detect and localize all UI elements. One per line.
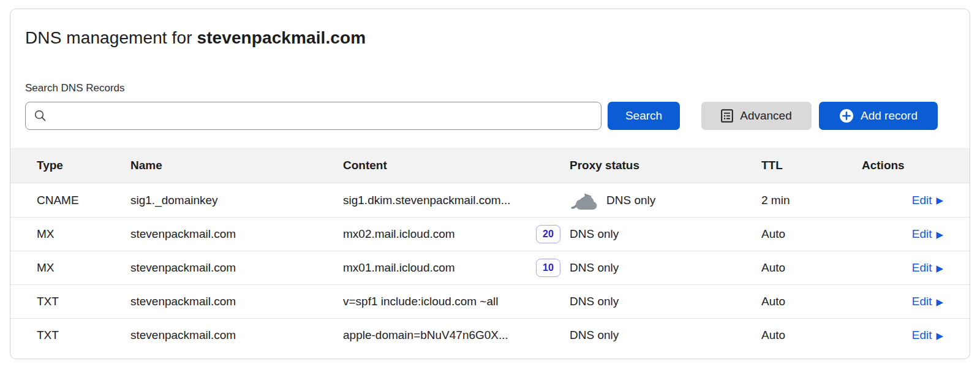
record-actions: Edit▶ bbox=[851, 295, 970, 308]
record-type: CNAME bbox=[10, 194, 130, 207]
record-name: stevenpackmail.com bbox=[130, 295, 343, 308]
record-type: MX bbox=[10, 227, 130, 241]
search-icon bbox=[34, 109, 47, 123]
search-input[interactable] bbox=[53, 102, 593, 129]
record-content-text: sig1.dkim.stevenpackmail.com... bbox=[343, 194, 511, 207]
record-content: sig1.dkim.stevenpackmail.com... bbox=[343, 194, 570, 207]
edit-button[interactable]: Edit▶ bbox=[912, 194, 943, 207]
page-title-prefix: DNS management for bbox=[25, 28, 197, 47]
column-header-type: Type bbox=[10, 159, 130, 172]
record-content: apple-domain=bNuV47n6G0X... bbox=[343, 329, 570, 342]
record-ttl: Auto bbox=[761, 261, 851, 275]
edit-arrow-icon: ▶ bbox=[936, 196, 943, 205]
proxy-status-cell: DNS only bbox=[570, 261, 761, 275]
table-header-row: Type Name Content Proxy status TTL Actio… bbox=[10, 148, 970, 183]
advanced-button-label: Advanced bbox=[740, 109, 792, 123]
proxy-status-label: DNS only bbox=[570, 261, 619, 275]
page-title-domain: stevenpackmail.com bbox=[197, 28, 366, 47]
edit-arrow-icon: ▶ bbox=[936, 331, 943, 340]
record-name: stevenpackmail.com bbox=[130, 329, 343, 342]
edit-button[interactable]: Edit▶ bbox=[912, 227, 943, 241]
edit-label: Edit bbox=[912, 329, 932, 342]
search-input-container bbox=[25, 102, 601, 130]
page-title: DNS management for stevenpackmail.com bbox=[25, 28, 955, 48]
advanced-button[interactable]: Advanced bbox=[701, 102, 812, 130]
dns-only-cloud-icon bbox=[570, 191, 600, 211]
proxy-status-cell: DNS only bbox=[570, 329, 761, 342]
column-header-proxy-status: Proxy status bbox=[570, 159, 761, 172]
record-type: TXT bbox=[10, 329, 130, 342]
table-row: TXT stevenpackmail.com apple-domain=bNuV… bbox=[10, 318, 970, 352]
dns-management-card: DNS management for stevenpackmail.com Se… bbox=[10, 9, 970, 359]
record-name: sig1._domainkey bbox=[130, 194, 343, 207]
proxy-status-cell: DNS only bbox=[570, 189, 761, 211]
record-ttl: 2 min bbox=[761, 194, 851, 207]
plus-circle-icon bbox=[839, 108, 854, 123]
proxy-status-cell: DNS only bbox=[570, 227, 761, 241]
record-content: mx02.mail.icloud.com 20 bbox=[343, 225, 570, 243]
edit-label: Edit bbox=[912, 227, 932, 241]
proxy-status-label: DNS only bbox=[606, 194, 655, 207]
search-toolbar: Search Advanced Add record bbox=[25, 102, 938, 130]
record-type: TXT bbox=[10, 295, 130, 308]
record-type: MX bbox=[10, 261, 130, 275]
search-button[interactable]: Search bbox=[608, 102, 680, 130]
edit-button[interactable]: Edit▶ bbox=[912, 329, 943, 342]
edit-button[interactable]: Edit▶ bbox=[912, 295, 943, 308]
list-document-icon bbox=[721, 109, 733, 123]
table-row: TXT stevenpackmail.com v=spf1 include:ic… bbox=[10, 284, 970, 318]
column-header-actions: Actions bbox=[851, 159, 970, 172]
record-content: mx01.mail.icloud.com 10 bbox=[343, 259, 570, 277]
edit-label: Edit bbox=[912, 194, 932, 207]
table-row: MX stevenpackmail.com mx01.mail.icloud.c… bbox=[10, 251, 970, 284]
record-content-text: v=spf1 include:icloud.com ~all bbox=[343, 295, 498, 308]
dns-records-table: Type Name Content Proxy status TTL Actio… bbox=[10, 148, 970, 352]
proxy-status-cell: DNS only bbox=[570, 295, 761, 308]
record-content-text: apple-domain=bNuV47n6G0X... bbox=[343, 329, 508, 342]
proxy-status-label: DNS only bbox=[570, 329, 619, 342]
search-label: Search DNS Records bbox=[25, 82, 955, 94]
edit-arrow-icon: ▶ bbox=[936, 230, 943, 239]
add-record-button[interactable]: Add record bbox=[819, 102, 938, 130]
record-actions: Edit▶ bbox=[851, 194, 970, 207]
record-ttl: Auto bbox=[761, 295, 851, 308]
edit-arrow-icon: ▶ bbox=[936, 297, 943, 306]
edit-label: Edit bbox=[912, 295, 932, 308]
record-name: stevenpackmail.com bbox=[130, 227, 343, 241]
column-header-name: Name bbox=[130, 159, 343, 172]
record-content-text: mx02.mail.icloud.com bbox=[343, 227, 455, 241]
column-header-content: Content bbox=[343, 159, 570, 172]
add-record-button-label: Add record bbox=[861, 109, 918, 123]
priority-badge: 20 bbox=[536, 225, 560, 243]
proxy-status-label: DNS only bbox=[570, 227, 619, 241]
table-row: CNAME sig1._domainkey sig1.dkim.stevenpa… bbox=[10, 183, 970, 217]
record-content: v=spf1 include:icloud.com ~all bbox=[343, 295, 570, 308]
edit-button[interactable]: Edit▶ bbox=[912, 261, 943, 275]
priority-badge: 10 bbox=[536, 259, 560, 277]
edit-label: Edit bbox=[912, 261, 932, 275]
edit-arrow-icon: ▶ bbox=[936, 264, 943, 273]
record-actions: Edit▶ bbox=[851, 329, 970, 342]
record-name: stevenpackmail.com bbox=[130, 261, 343, 275]
column-header-ttl: TTL bbox=[761, 159, 851, 172]
record-actions: Edit▶ bbox=[851, 261, 970, 275]
record-actions: Edit▶ bbox=[851, 227, 970, 241]
record-ttl: Auto bbox=[761, 329, 851, 342]
record-ttl: Auto bbox=[761, 227, 851, 241]
record-content-text: mx01.mail.icloud.com bbox=[343, 261, 455, 275]
proxy-status-label: DNS only bbox=[570, 295, 619, 308]
table-row: MX stevenpackmail.com mx02.mail.icloud.c… bbox=[10, 217, 970, 251]
